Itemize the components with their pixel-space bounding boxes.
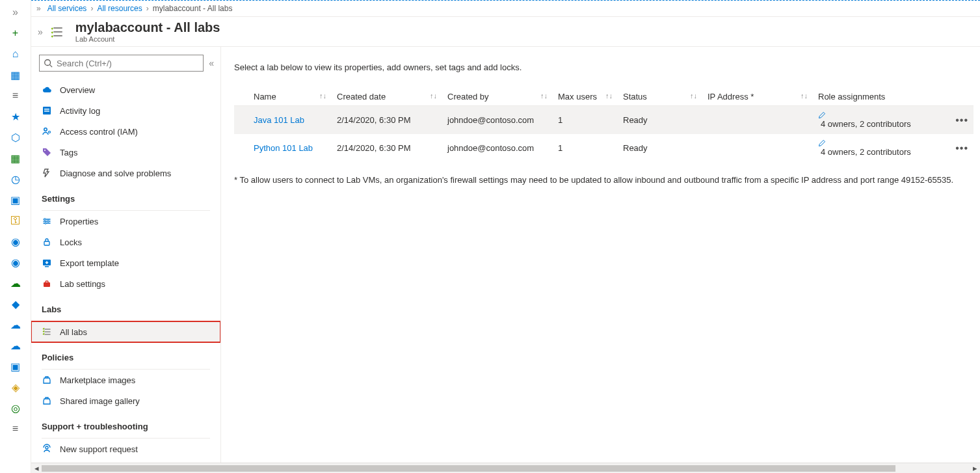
menu-item-export-template[interactable]: Export template [31,252,220,273]
col-label: Created date [337,92,386,101]
menu-item-shared-image-gallery[interactable]: Shared image gallery [31,390,220,411]
sort-icon[interactable]: ↑↓ [430,92,437,100]
horizontal-scrollbar[interactable]: ◂ ▸ [31,463,980,473]
svg-point-0 [45,60,51,66]
col-created-by[interactable]: Created by↑↓ [442,88,553,106]
tree1-icon[interactable]: ☁ [10,319,21,331]
list-icon[interactable]: ≡ [10,90,21,101]
left-rail: »+⌂▦≡★⬡▦◷▣⚿◉◉☁◆☁☁▣◈◎≡ [0,0,31,473]
col-label: Status [623,92,647,101]
table-row[interactable]: Python 101 Lab2/14/2020, 6:30 PMjohndoe@… [234,134,973,162]
breadcrumb-link-services[interactable]: All services [47,4,87,13]
col-role-assignments[interactable]: Role assignments [813,88,946,106]
table-row[interactable]: Java 101 Lab2/14/2020, 6:30 PMjohndoe@co… [234,106,973,135]
create-icon[interactable]: + [10,27,21,39]
col-name[interactable]: Name↑↓ [234,88,332,106]
svg-point-16 [46,446,48,449]
labs-table: Name↑↓Created date↑↓Created by↑↓Max user… [234,88,973,162]
collapse-breadcrumb-icon[interactable]: » [38,27,43,37]
menu-item-access-control-iam-[interactable]: Access control (IAM) [31,121,220,142]
cell-text: 1 [558,143,563,153]
key-icon[interactable]: ⚿ [10,215,21,226]
menu-item-overview[interactable]: Overview [31,79,220,100]
menu-collapse-icon[interactable]: « [209,58,214,68]
hexagon-icon[interactable]: ⬡ [10,131,21,143]
sort-icon[interactable]: ↑↓ [690,92,697,100]
props-icon [42,216,52,226]
breadcrumb-link-resources[interactable]: All resources [97,4,142,13]
target-icon[interactable]: ◎ [10,402,21,414]
breadcrumb-current: mylabaccount - All labs [153,4,233,13]
col-status[interactable]: Status↑↓ [618,88,702,106]
cell-text: 2/14/2020, 6:30 PM [337,115,410,125]
col-label: Role assignments [818,92,885,101]
menu-item-locks[interactable]: Locks [31,232,220,252]
lab-account-icon [51,23,68,40]
grid-icon[interactable]: ▦ [10,152,21,164]
scrollbar-thumb[interactable] [42,465,895,472]
col-ip-address-[interactable]: IP Address *↑↓ [702,88,813,106]
col-created-date[interactable]: Created date↑↓ [332,88,442,106]
menu-item-label: Export template [60,258,119,268]
menu-item-activity-log[interactable]: Activity log [31,100,220,121]
menu-item-label: Shared image gallery [60,396,140,406]
row-actions-icon[interactable]: ••• [951,142,968,154]
expand-icon[interactable]: » [10,7,21,18]
sort-icon[interactable]: ↑↓ [540,92,548,100]
cell-text: johndoe@contoso.com [447,143,534,153]
menu-item-tags[interactable]: Tags [31,142,220,163]
col-label: IP Address * [708,92,754,101]
menu-group-settings: Settings [31,183,220,208]
breadcrumb-sep-icon: › [146,4,149,13]
lab-name-link[interactable]: Java 101 Lab [254,115,304,125]
menu-item-diagnose-and-solve-problems[interactable]: Diagnose and solve problems [31,163,220,183]
menu-item-label: Marketplace images [60,375,135,385]
more-icon[interactable]: ≡ [10,423,21,435]
roles-text: 4 owners, 2 contributors [821,147,911,157]
dashboard-icon[interactable]: ▦ [10,69,21,81]
shop-icon [42,375,52,385]
devops-icon[interactable]: ▣ [10,360,21,372]
home-icon[interactable]: ⌂ [10,48,21,60]
lab-name-link[interactable]: Python 101 Lab [254,143,313,153]
main-content: Select a lab below to view its propertie… [221,47,980,461]
diamond-icon[interactable]: ◆ [10,298,21,310]
sort-icon[interactable]: ↑↓ [801,92,808,100]
menu-search-box[interactable] [39,55,204,72]
cell-text: 2/14/2020, 6:30 PM [337,143,410,153]
cell-text: Ready [623,143,648,153]
menu-item-label: All labs [60,327,87,337]
svg-point-6 [49,131,51,133]
menu-item-label: Overview [60,85,95,95]
cloud1-icon[interactable]: ☁ [10,277,21,289]
scroll-right-icon[interactable]: ▸ [970,463,980,474]
menu-item-lab-settings[interactable]: Lab settings [31,273,220,294]
col-actions [946,88,973,106]
edit-icon[interactable] [818,139,941,147]
menu-item-all-labs[interactable]: All labs [31,321,220,342]
menu-item-new-support-request[interactable]: New support request [31,439,220,459]
iam-icon [42,126,52,137]
col-max-users[interactable]: Max users↑↓ [553,88,618,106]
sort-icon[interactable]: ↑↓ [319,92,326,100]
advisor-icon[interactable]: ◉ [10,236,21,247]
tree2-icon[interactable]: ☁ [10,340,21,351]
menu-search-input[interactable] [57,59,199,68]
scroll-left-icon[interactable]: ◂ [31,463,42,474]
favorites-icon[interactable]: ★ [10,111,21,122]
sort-icon[interactable]: ↑↓ [605,92,613,100]
row-actions-icon[interactable]: ••• [951,115,968,126]
svg-line-1 [50,65,53,68]
menu-item-label: Tags [60,148,77,157]
svg-rect-11 [44,241,49,245]
monitor-icon[interactable]: ▣ [10,194,21,206]
menu-item-properties[interactable]: Properties [31,211,220,232]
cell-text: Ready [623,115,648,125]
clock-icon[interactable]: ◷ [10,173,21,185]
menu-item-marketplace-images[interactable]: Marketplace images [31,370,220,390]
cube-icon[interactable]: ◈ [10,381,21,393]
breadcrumb-back-icon[interactable]: » [36,4,41,13]
edit-icon[interactable] [818,111,941,119]
svg-point-10 [45,223,47,224]
user-icon[interactable]: ◉ [10,256,21,268]
